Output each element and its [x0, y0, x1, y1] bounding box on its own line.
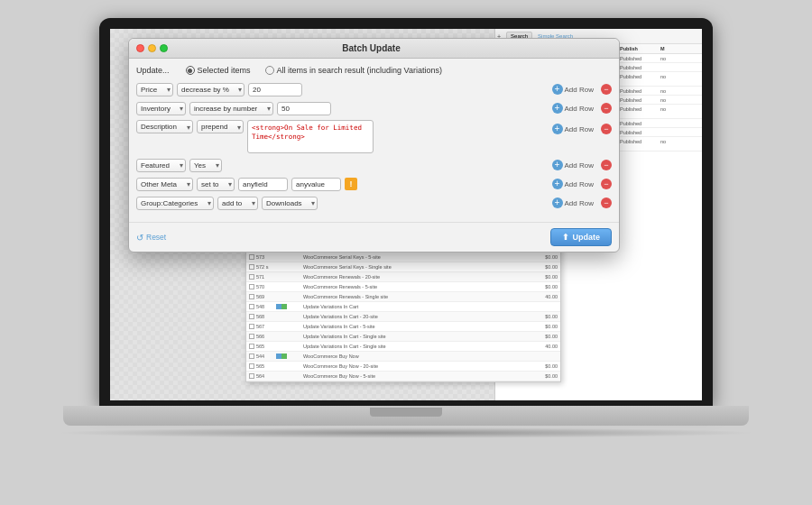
description-row: Description prepend <strong>On Sale for …	[136, 120, 612, 153]
update-button[interactable]: ⬆ Update	[550, 228, 612, 246]
field-dropdown-inventory[interactable]: Inventory	[136, 102, 186, 115]
inventory-value-input[interactable]	[277, 102, 331, 115]
update-label: Update	[572, 233, 600, 242]
value-select-categories[interactable]: Downloads	[262, 197, 318, 210]
delete-row-button-4[interactable]: −	[601, 160, 612, 170]
screen-content: + Search Simple Search SKU Categories At…	[110, 29, 702, 400]
featured-row: Featured Yes + Add	[136, 158, 612, 172]
row-checkbox[interactable]	[248, 334, 255, 340]
operation-select-description[interactable]: prepend	[197, 120, 244, 133]
cell-m: no	[660, 88, 700, 94]
cell-m: no	[660, 97, 700, 103]
field-select-othermeta[interactable]: Other Meta	[136, 178, 193, 191]
field-dropdown-categories[interactable]: Group:Categories	[136, 197, 214, 210]
row-id: 565	[255, 344, 275, 349]
add-row-button-3[interactable]: + Add Row	[549, 122, 597, 136]
row-checkbox[interactable]	[248, 294, 255, 300]
laptop-base	[63, 406, 749, 426]
row-name: WooCommerce Renewals - 20-site	[302, 274, 533, 280]
operation-dropdown-price[interactable]: decrease by %	[177, 83, 245, 96]
row-checkbox[interactable]	[248, 354, 255, 360]
row-id: 571	[255, 274, 275, 280]
othermeta-field-input[interactable]	[238, 178, 288, 191]
operation-select-inventory[interactable]: increase by number	[189, 102, 273, 115]
row-checkbox[interactable]	[248, 363, 255, 370]
row-checkbox[interactable]	[248, 274, 255, 280]
row-checkbox[interactable]	[248, 304, 255, 310]
list-item: 564 WooCommerce Buy Now - 5-site $0.00	[246, 372, 560, 381]
add-row-label-4: Add Row	[565, 161, 594, 170]
field-select-featured[interactable]: Featured	[136, 159, 186, 172]
field-dropdown-featured[interactable]: Featured	[136, 159, 186, 172]
reset-button[interactable]: ↺ Reset	[136, 233, 166, 243]
add-row-button-4[interactable]: + Add Row	[549, 158, 597, 172]
plus-icon-1: +	[552, 84, 563, 95]
field-select-inventory[interactable]: Inventory	[136, 102, 186, 115]
row-checkbox[interactable]	[248, 264, 255, 271]
delete-row-button-3[interactable]: −	[601, 124, 612, 134]
add-row-button-6[interactable]: + Add Row	[549, 196, 597, 210]
row-checkbox[interactable]	[248, 373, 255, 380]
cell-publish: Published	[619, 130, 660, 135]
delete-row-button-1[interactable]: −	[601, 84, 612, 95]
selected-items-option[interactable]: Selected items	[186, 66, 251, 75]
delete-row-button-5[interactable]: −	[601, 179, 612, 189]
price-row: Price decrease by % +	[136, 82, 612, 96]
operation-dropdown-inventory[interactable]: increase by number	[189, 102, 273, 115]
row-id: 570	[255, 284, 275, 289]
add-row-button-2[interactable]: + Add Row	[549, 101, 597, 115]
value-dropdown-categories[interactable]: Downloads	[262, 197, 318, 210]
row-name: Update Variations In Cart - 5-site	[302, 324, 533, 329]
description-value-input[interactable]: <strong>On Sale for Limited Time</strong…	[247, 120, 374, 153]
row-name: Update Variations In Cart	[302, 304, 533, 309]
cell-publish: Published	[619, 74, 660, 85]
all-items-option[interactable]: All items in search result (including Va…	[265, 66, 442, 75]
operation-select-categories[interactable]: add to	[217, 197, 258, 210]
featured-row-actions: + Add Row −	[549, 158, 612, 172]
field-dropdown-price[interactable]: Price	[136, 83, 173, 96]
dialog-footer: ↺ Reset ⬆ Update	[129, 222, 619, 252]
row-price: $0.00	[533, 334, 558, 339]
othermeta-value-input[interactable]	[291, 178, 341, 191]
list-item: 565 WooCommerce Buy Now - 20-site $0.00	[246, 362, 560, 372]
row-checkbox[interactable]	[248, 314, 255, 320]
selected-items-radio[interactable]	[186, 66, 195, 75]
col-m: M	[660, 46, 700, 51]
field-dropdown-othermeta[interactable]: Other Meta	[136, 178, 193, 191]
categories-row-actions: + Add Row −	[549, 196, 612, 210]
bottom-table-rows: 574 WooCommerce Serial Keys - 20-site $0…	[246, 243, 560, 381]
all-items-radio[interactable]	[265, 66, 274, 75]
row-name: Update Variations In Cart - 20-site	[302, 314, 533, 319]
update-label: Update...	[136, 66, 170, 75]
operation-dropdown-description[interactable]: prepend	[197, 120, 244, 133]
operation-select-featured[interactable]: Yes	[189, 159, 222, 172]
operation-dropdown-featured[interactable]: Yes	[189, 159, 222, 172]
row-type	[275, 304, 302, 310]
price-value-input[interactable]	[248, 83, 302, 96]
row-price: $0.00	[533, 254, 558, 260]
field-dropdown-description[interactable]: Description	[136, 120, 193, 133]
row-checkbox[interactable]	[248, 344, 255, 350]
batch-update-dialog: Batch Update Update... Selected items	[128, 38, 620, 252]
add-row-button-5[interactable]: + Add Row	[549, 177, 597, 191]
field-select-price[interactable]: Price	[136, 83, 173, 96]
operation-select-othermeta[interactable]: set to	[197, 178, 235, 191]
field-select-description[interactable]: Description	[136, 120, 193, 133]
row-checkbox[interactable]	[248, 254, 255, 261]
add-row-label-5: Add Row	[565, 180, 594, 188]
row-id: 548	[255, 304, 275, 309]
delete-row-button-2[interactable]: −	[601, 103, 612, 114]
add-row-button-1[interactable]: + Add Row	[549, 82, 597, 96]
row-checkbox[interactable]	[248, 284, 255, 290]
row-id: 568	[255, 314, 275, 319]
row-price: $0.00	[533, 373, 558, 379]
add-row-label-1: Add Row	[565, 86, 594, 94]
field-select-categories[interactable]: Group:Categories	[136, 197, 214, 210]
delete-row-button-6[interactable]: −	[601, 197, 612, 208]
row-checkbox[interactable]	[248, 324, 255, 330]
row-price: $0.00	[533, 284, 558, 289]
operation-select-price[interactable]: decrease by %	[177, 83, 245, 96]
operation-dropdown-categories[interactable]: add to	[217, 197, 258, 210]
row-price: $0.00	[533, 324, 558, 329]
operation-dropdown-othermeta[interactable]: set to	[197, 178, 235, 191]
